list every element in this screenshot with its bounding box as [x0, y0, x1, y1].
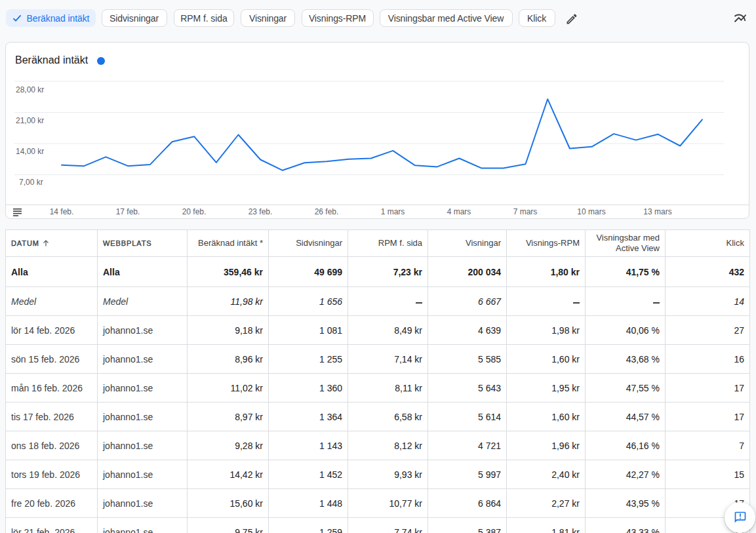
svg-text:7,00 kr: 7,00 kr: [19, 178, 43, 187]
svg-text:7 mars: 7 mars: [513, 207, 538, 216]
svg-text:10 mars: 10 mars: [577, 207, 605, 216]
svg-text:4 mars: 4 mars: [447, 207, 471, 216]
svg-text:17 feb.: 17 feb.: [116, 207, 140, 216]
svg-text:20 feb.: 20 feb.: [182, 207, 207, 216]
svg-text:1 mars: 1 mars: [381, 207, 405, 216]
svg-text:26 feb.: 26 feb.: [315, 207, 339, 216]
svg-text:13 mars: 13 mars: [643, 207, 671, 216]
svg-text:14 feb.: 14 feb.: [50, 207, 74, 216]
svg-text:23 feb.: 23 feb.: [249, 207, 273, 216]
svg-text:14,00 kr: 14,00 kr: [16, 147, 44, 156]
svg-text:28,00 kr: 28,00 kr: [16, 85, 44, 94]
svg-text:21,00 kr: 21,00 kr: [16, 116, 44, 125]
